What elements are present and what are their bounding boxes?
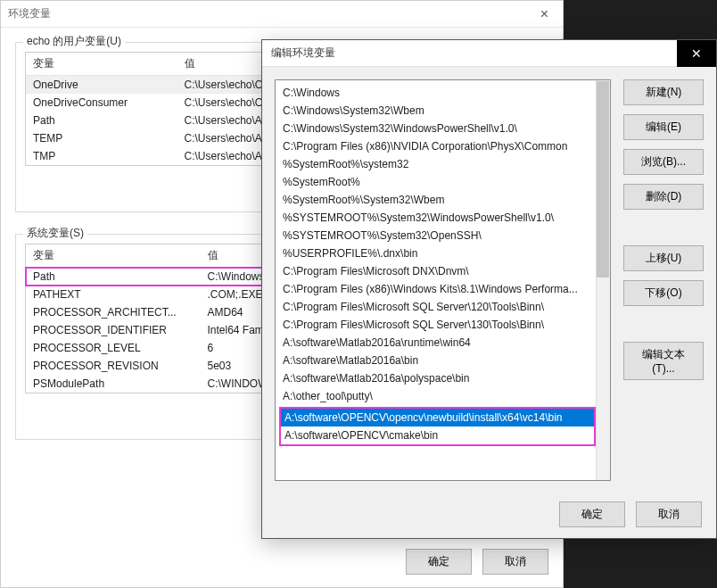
env-vars-footer: 确定 取消 bbox=[399, 549, 548, 575]
cell-var: PROCESSOR_LEVEL bbox=[26, 339, 201, 357]
list-item[interactable]: %SystemRoot%\system32 bbox=[279, 155, 596, 173]
highlight-box: A:\software\OPENCV\opencv\newbuild\insta… bbox=[279, 407, 596, 446]
user-vars-label: echo 的用户变量(U) bbox=[23, 34, 125, 49]
list-item[interactable]: C:\Windows\System32\WindowsPowerShell\v1… bbox=[279, 120, 596, 137]
cell-var: Path bbox=[26, 268, 201, 286]
col-var[interactable]: 变量 bbox=[26, 53, 177, 76]
cell-var: PATHEXT bbox=[26, 286, 201, 303]
edit-footer: 确定 取消 bbox=[552, 501, 702, 527]
list-item[interactable]: A:\software\Matlab2016a\polyspace\bin bbox=[279, 369, 596, 387]
list-item[interactable]: C:\Windows bbox=[279, 84, 596, 102]
list-item[interactable]: A:\software\Matlab2016a\runtime\win64 bbox=[279, 334, 596, 352]
new-button[interactable]: 新建(N) bbox=[623, 79, 704, 105]
list-item[interactable]: %SystemRoot%\System32\Wbem bbox=[279, 191, 596, 209]
list-item[interactable]: %SYSTEMROOT%\System32\WindowsPowerShell\… bbox=[279, 209, 596, 227]
ok-button[interactable]: 确定 bbox=[559, 501, 625, 527]
cell-var: PROCESSOR_REVISION bbox=[26, 357, 201, 375]
close-button[interactable]: ✕ bbox=[677, 40, 716, 67]
move-up-button[interactable]: 上移(U) bbox=[623, 245, 704, 271]
list-item[interactable]: C:\Program Files\Microsoft DNX\Dnvm\ bbox=[279, 262, 596, 280]
env-vars-title: 环境变量 bbox=[8, 6, 51, 21]
list-item[interactable]: A:\software\OPENCV\cmake\bin bbox=[281, 427, 594, 444]
cell-var: OneDriveConsumer bbox=[26, 94, 177, 112]
ok-button[interactable]: 确定 bbox=[406, 549, 472, 575]
edit-text-button[interactable]: 编辑文本(T)... bbox=[623, 342, 704, 380]
list-item[interactable]: %USERPROFILE%\.dnx\bin bbox=[279, 244, 596, 262]
list-item[interactable]: C:\Program Files (x86)\NVIDIA Corporatio… bbox=[279, 137, 596, 155]
path-listbox[interactable]: C:\WindowsC:\Windows\System32\WbemC:\Win… bbox=[275, 79, 611, 481]
list-item[interactable]: %SystemRoot% bbox=[279, 173, 596, 191]
close-icon[interactable]: × bbox=[533, 6, 556, 22]
cell-var: PROCESSOR_IDENTIFIER bbox=[26, 321, 201, 339]
cell-var: TEMP bbox=[26, 129, 177, 147]
cell-var: PROCESSOR_ARCHITECT... bbox=[26, 303, 201, 321]
col-var[interactable]: 变量 bbox=[26, 244, 201, 268]
list-item[interactable]: C:\Program Files\Microsoft SQL Server\12… bbox=[279, 298, 596, 316]
move-down-button[interactable]: 下移(O) bbox=[623, 280, 704, 306]
env-vars-titlebar: 环境变量 × bbox=[1, 1, 563, 28]
cell-var: TMP bbox=[26, 147, 177, 166]
cell-var: Path bbox=[26, 112, 177, 129]
side-buttons: 新建(N) 编辑(E) 浏览(B)... 删除(D) 上移(U) 下移(O) 编… bbox=[623, 79, 704, 481]
scroll-thumb[interactable] bbox=[597, 81, 609, 277]
list-item-selected[interactable]: A:\software\OPENCV\opencv\newbuild\insta… bbox=[281, 409, 594, 427]
close-icon: ✕ bbox=[691, 46, 702, 61]
cancel-button[interactable]: 取消 bbox=[636, 501, 702, 527]
edit-env-var-dialog: 编辑环境变量 ✕ C:\WindowsC:\Windows\System32\W… bbox=[261, 39, 717, 539]
list-item[interactable]: C:\Windows\System32\Wbem bbox=[279, 102, 596, 120]
list-item[interactable]: %SYSTEMROOT%\System32\OpenSSH\ bbox=[279, 227, 596, 244]
list-item[interactable]: C:\Program Files (x86)\Windows Kits\8.1\… bbox=[279, 280, 596, 298]
list-item[interactable]: A:\software\Matlab2016a\bin bbox=[279, 352, 596, 369]
list-item[interactable]: C:\Program Files\Microsoft SQL Server\13… bbox=[279, 316, 596, 334]
sys-vars-label: 系统变量(S) bbox=[23, 226, 87, 241]
edit-dialog-title: 编辑环境变量 bbox=[271, 46, 335, 61]
list-item[interactable]: A:\other_tool\putty\ bbox=[279, 387, 596, 405]
edit-titlebar: 编辑环境变量 ✕ bbox=[262, 40, 716, 67]
cancel-button[interactable]: 取消 bbox=[482, 549, 548, 575]
cell-var: OneDrive bbox=[26, 76, 177, 95]
scrollbar[interactable] bbox=[596, 80, 610, 480]
cell-var: PSModulePath bbox=[26, 375, 201, 393]
delete-button[interactable]: 删除(D) bbox=[623, 184, 704, 210]
browse-button[interactable]: 浏览(B)... bbox=[623, 149, 704, 175]
edit-button[interactable]: 编辑(E) bbox=[623, 114, 704, 140]
